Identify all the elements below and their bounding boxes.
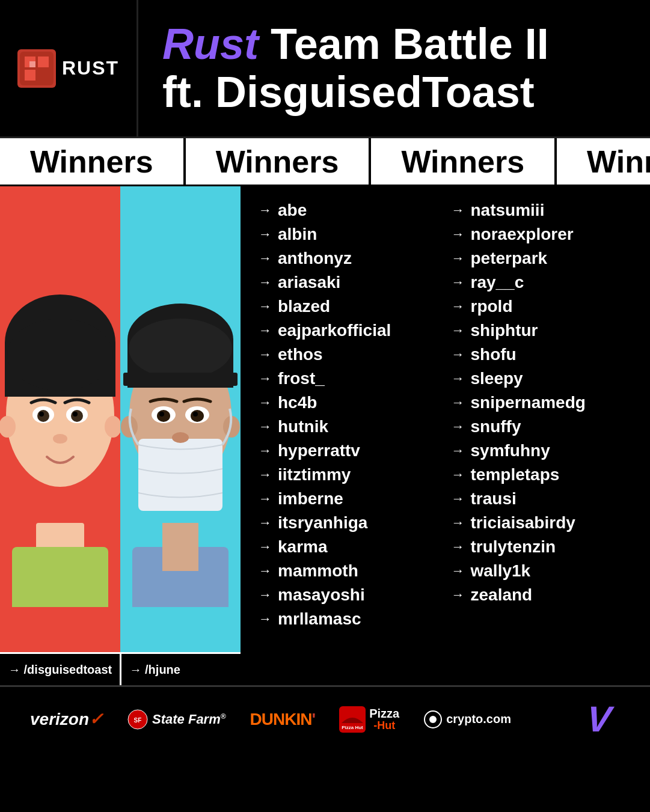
player-name: ariasaki [278,273,340,292]
photos-section: → /disguisedtoast → /hjune [0,186,241,685]
arrow-icon: → [259,515,272,531]
list-item: →hyperrattv [259,441,440,460]
player-name: karma [278,537,328,557]
svg-point-17 [71,410,83,422]
photos-row [0,186,241,652]
list-item: →albin [259,225,440,244]
photo-names: → /disguisedtoast → /hjune [0,652,241,685]
arrow-icon: → [452,395,465,411]
list-item: →ariasaki [259,273,440,292]
list-item: →abe [259,201,440,220]
list-item: →ray__c [452,273,633,292]
arrow-icon: → [452,563,465,579]
sponsors-list: verizon✓ SF State Farm® DUNKIN' Pizza Hu… [30,706,511,733]
arrow-icon: → [452,347,465,362]
winners-label-4: Winn [557,138,650,185]
arrow-icon: → [452,251,465,266]
player-name: wally1k [471,561,531,581]
pizzahut-label: Pizza -Hut [369,707,399,732]
arrow-icon: → [259,395,272,411]
crypto-label: crypto.com [446,712,511,726]
list-item: →zealand [452,585,633,605]
arrow-icon: → [259,467,272,483]
list-item: →karma [259,537,440,557]
arrow-icon: → [259,323,272,338]
svg-rect-2 [38,56,49,67]
header: RUST Rust Team Battle IIft. DisguisedToa… [0,0,650,138]
arrow-icon: → [452,587,465,603]
arrow-icon: → [452,515,465,531]
list-item: →shofu [452,345,633,364]
list-item: →snipernamedg [452,393,633,412]
rust-logo-label: RUST [62,57,119,79]
svg-point-18 [39,412,44,417]
list-item: →hutnik [259,417,440,436]
list-item: →natsumiii [452,201,633,220]
face-hjune-svg [120,186,241,607]
list-item: →ethos [259,345,440,364]
names-column-right: →natsumiii→noraexplorer→peterpark→ray__c… [446,201,639,671]
svg-point-20 [53,434,67,444]
list-item: →itsryanhiga [259,513,440,533]
player-name: zealand [471,585,533,605]
rust-logo: RUST [17,49,119,88]
player-name: natsumiii [471,201,545,220]
svg-rect-3 [25,70,35,81]
list-item: →peterpark [452,249,633,268]
arrow-icon: → [452,491,465,507]
player-name: hutnik [278,417,328,436]
player-name: eajparkofficial [278,321,391,340]
face-disguised-bg [0,186,120,652]
main-content: → /disguisedtoast → /hjune →abe→albin→an… [0,186,650,685]
player-name: shofu [471,345,517,364]
player-name: trulytenzin [471,537,556,557]
player-name: hc4b [278,393,317,412]
svg-point-38 [172,432,189,443]
svg-point-44 [429,716,437,723]
arrow-icon: → [259,347,272,362]
svg-text:SF: SF [134,717,142,724]
player-name: mrllamasc [278,609,361,629]
player-name: ray__c [471,273,524,292]
verizon-label: verizon✓ [30,709,103,729]
pizzahut-icon: Pizza Hut [339,706,366,733]
svg-point-19 [73,412,78,417]
player-name: ethos [278,345,323,364]
svg-point-35 [159,412,164,417]
winners-label-2: Winners [186,138,372,185]
list-item: →mrllamasc [259,609,440,629]
photo-name-hjune: → /hjune [121,654,241,685]
list-item: →imberne [259,489,440,508]
event-title-section: Rust Team Battle IIft. DisguisedToast [138,0,650,136]
arrow-icon: → [259,371,272,386]
arrow-icon: → [259,563,272,579]
footer: verizon✓ SF State Farm® DUNKIN' Pizza Hu… [0,685,650,751]
player-name: blazed [278,297,330,316]
arrow-icon: → [452,419,465,435]
player-name: abe [278,201,307,220]
player-name: iitztimmy [278,465,351,484]
svg-point-16 [37,410,49,422]
arrow-icon: → [452,275,465,290]
winners-banner: Winners Winners Winners Winn [0,138,650,186]
list-item: →templetaps [452,465,633,484]
svg-rect-23 [162,523,198,571]
list-item: →anthonyz [259,249,440,268]
event-title: Rust Team Battle IIft. DisguisedToast [162,20,549,115]
player-name: templetaps [471,465,560,484]
player-name: hyperrattv [278,441,360,460]
player-name: snuffy [471,417,521,436]
svg-point-33 [157,410,170,422]
winners-label-1: Winners [0,138,186,185]
player-name: rpold [471,297,513,316]
player-name: symfuhny [471,441,550,460]
player-name: imberne [278,489,343,508]
player-name: shiphtur [471,321,538,340]
face-hjune-bg [120,186,241,652]
arrow-icon: → [452,371,465,386]
svg-point-34 [191,410,204,422]
sponsor-pizzahut: Pizza Hut Pizza -Hut [339,706,399,733]
arrow-icon: → [452,203,465,218]
arrow-icon: → [452,323,465,338]
list-item: →trulytenzin [452,537,633,557]
